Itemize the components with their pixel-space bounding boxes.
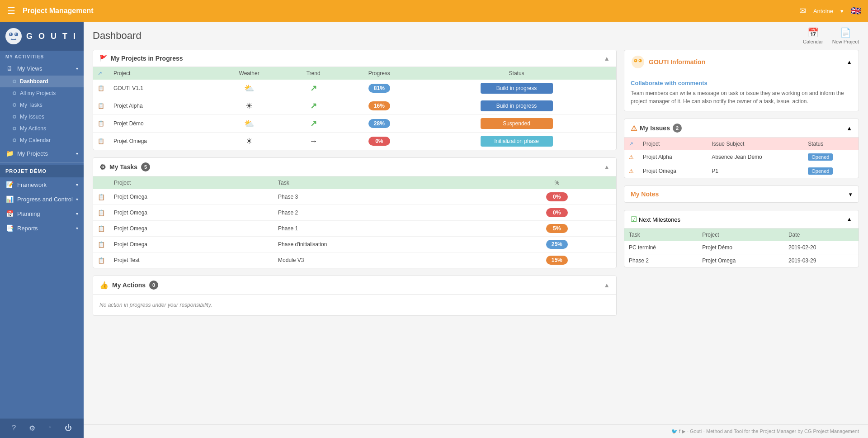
weather-icon: ⛅ bbox=[244, 119, 254, 128]
left-column: 🚩 My Projects in Progress ▲ ↗ Project W bbox=[93, 50, 617, 415]
user-name[interactable]: Antoine bbox=[813, 8, 833, 14]
projet-demo-section: PROJET DÉMO bbox=[0, 165, 84, 177]
page-footer: 🐦 f ▶ - Gouti - Method and Tool for the … bbox=[84, 424, 868, 438]
content-header: Dashboard 📅 Calendar 📄 New Project bbox=[84, 22, 868, 50]
svg-point-0 bbox=[5, 28, 22, 44]
progress-control-chevron: ▾ bbox=[76, 197, 78, 202]
dashboard-dot bbox=[13, 80, 16, 83]
help-icon[interactable]: ? bbox=[12, 424, 16, 433]
language-flag[interactable]: 🇬🇧 bbox=[851, 6, 861, 16]
notes-header: My Notes ▾ bbox=[624, 186, 859, 202]
upload-icon[interactable]: ↑ bbox=[48, 424, 52, 433]
sidebar-item-framework[interactable]: 📝 Framework ▾ bbox=[0, 177, 84, 192]
sidebar: G O U T I MY ACTIVITIES 🖥 My Views ▾ Das… bbox=[0, 22, 84, 438]
status-cell: Suspended bbox=[417, 115, 616, 133]
projects-title-icon: 🚩 bbox=[99, 55, 107, 62]
planning-icon: 📅 bbox=[5, 210, 14, 217]
sidebar-item-reports[interactable]: 📑 Reports ▾ bbox=[0, 221, 84, 235]
main-layout: G O U T I MY ACTIVITIES 🖥 My Views ▾ Das… bbox=[0, 22, 868, 438]
new-project-button[interactable]: 📄 New Project bbox=[832, 27, 859, 44]
th-milestone-date: Date bbox=[784, 229, 859, 241]
issue-warn-icon: ⚠ bbox=[629, 154, 634, 160]
app-title: Project Management bbox=[23, 7, 799, 15]
menu-icon[interactable]: ☰ bbox=[7, 5, 15, 16]
user-chevron[interactable]: ▾ bbox=[840, 8, 844, 14]
power-icon[interactable]: ⏻ bbox=[65, 424, 72, 433]
sidebar-item-planning[interactable]: 📅 Planning ▾ bbox=[0, 206, 84, 221]
actions-card-title: 👍 My Actions 0 bbox=[99, 281, 158, 290]
issues-collapse-btn[interactable]: ▲ bbox=[846, 125, 852, 132]
issue-status-cell: Opened bbox=[803, 150, 859, 164]
status-cell: Build in progress bbox=[417, 80, 616, 97]
sidebar-item-my-issues[interactable]: My Issues bbox=[0, 111, 84, 123]
progress-control-icon: 📊 bbox=[5, 195, 14, 203]
sidebar-item-progress-control[interactable]: 📊 Progress and Control ▾ bbox=[0, 192, 84, 206]
th-task-percent: % bbox=[498, 176, 617, 189]
task-row-icon: 📋 bbox=[98, 225, 105, 232]
table-row: 📋 Projet Omega Phase 1 5% bbox=[93, 221, 616, 237]
actions-title-icon: 👍 bbox=[99, 281, 108, 290]
row-icon: 📋 bbox=[98, 85, 104, 91]
calendar-button[interactable]: 📅 Calendar bbox=[803, 27, 823, 44]
table-row: 📋 Projet Démo ⛅ ↗ 28% Suspended bbox=[93, 115, 616, 133]
task-row-icon-cell: 📋 bbox=[93, 189, 109, 205]
milestones-collapse-btn[interactable]: ▲ bbox=[846, 216, 852, 223]
th-project: Project bbox=[109, 67, 213, 80]
task-row-icon-cell: 📋 bbox=[93, 252, 109, 268]
row-icon-cell: 📋 bbox=[93, 80, 109, 97]
gouti-info-collapse[interactable]: ▲ bbox=[846, 59, 852, 66]
framework-chevron: ▾ bbox=[76, 182, 78, 187]
th-task-icon bbox=[93, 176, 109, 189]
sidebar-item-my-views[interactable]: 🖥 My Views ▾ bbox=[0, 61, 84, 76]
actions-collapse-btn[interactable]: ▲ bbox=[604, 281, 610, 289]
projects-table: ↗ Project Weather Trend Progress Status … bbox=[93, 67, 616, 150]
weather-icon: ⛅ bbox=[244, 84, 254, 93]
my-views-chevron: ▾ bbox=[76, 66, 78, 71]
tasks-card: ⚙ My Tasks 5 ▲ Project Ta bbox=[93, 157, 617, 268]
task-percent-badge: 0% bbox=[546, 192, 568, 201]
new-project-icon: 📄 bbox=[840, 27, 851, 38]
sidebar-item-dashboard[interactable]: Dashboard bbox=[0, 76, 84, 87]
table-row: 📋 Projet Omega Phase 2 0% bbox=[93, 205, 616, 221]
th-milestone-task: Task bbox=[624, 229, 698, 241]
my-tasks-label: My Tasks bbox=[20, 102, 42, 108]
task-name-cell: Phase 2 bbox=[274, 205, 497, 221]
projects-collapse-btn[interactable]: ▲ bbox=[604, 55, 610, 62]
sidebar-item-my-calendar[interactable]: My Calendar bbox=[0, 134, 84, 146]
trend-cell: ↗ bbox=[285, 97, 342, 115]
tasks-collapse-btn[interactable]: ▲ bbox=[604, 163, 610, 171]
svg-point-8 bbox=[635, 60, 636, 61]
sidebar-item-my-projects[interactable]: 📁 My Projects ▾ bbox=[0, 146, 84, 161]
task-project-cell: Projet Test bbox=[109, 252, 274, 268]
th-task-name: Task bbox=[274, 176, 497, 189]
sidebar-item-my-actions[interactable]: My Actions bbox=[0, 123, 84, 134]
task-row-icon: 📋 bbox=[98, 241, 105, 248]
sidebar-item-all-projects[interactable]: All my Projects bbox=[0, 87, 84, 99]
th-issues-project: Project bbox=[638, 138, 707, 150]
th-progress: Progress bbox=[342, 67, 417, 80]
task-row-icon: 📋 bbox=[98, 194, 105, 200]
issue-subject-cell: P1 bbox=[707, 164, 803, 178]
progress-badge: 16% bbox=[368, 101, 390, 110]
issue-warn-icon: ⚠ bbox=[629, 168, 634, 174]
all-projects-dot bbox=[13, 91, 16, 95]
gouti-info-subtitle: Collaborate with comments bbox=[631, 80, 852, 86]
my-calendar-label: My Calendar bbox=[20, 137, 51, 143]
sidebar-item-my-tasks[interactable]: My Tasks bbox=[0, 99, 84, 111]
task-name-cell: Phase 1 bbox=[274, 221, 497, 237]
svg-point-9 bbox=[639, 60, 640, 61]
my-projects-icon: 📁 bbox=[5, 150, 14, 157]
milestones-card: ☑ Next Milestones ▲ Task Project Date bbox=[624, 210, 859, 267]
calendar-icon: 📅 bbox=[807, 27, 819, 38]
th-weather: Weather bbox=[213, 67, 285, 80]
gouti-info-header: GOUTI Information ▲ bbox=[624, 50, 859, 74]
my-actions-label: My Actions bbox=[20, 125, 46, 132]
settings-icon[interactable]: ⚙ bbox=[29, 424, 35, 433]
header-actions: 📅 Calendar 📄 New Project bbox=[803, 27, 859, 44]
notes-collapse-btn[interactable]: ▾ bbox=[849, 191, 852, 198]
opened-badge: Opened bbox=[808, 153, 833, 161]
row-icon-cell: 📋 bbox=[93, 97, 109, 115]
milestones-title: ☑ Next Milestones bbox=[631, 215, 680, 224]
email-icon[interactable]: ✉ bbox=[799, 6, 806, 16]
table-row: 📋 Projet Omega Phase d'initialisation 25… bbox=[93, 237, 616, 252]
